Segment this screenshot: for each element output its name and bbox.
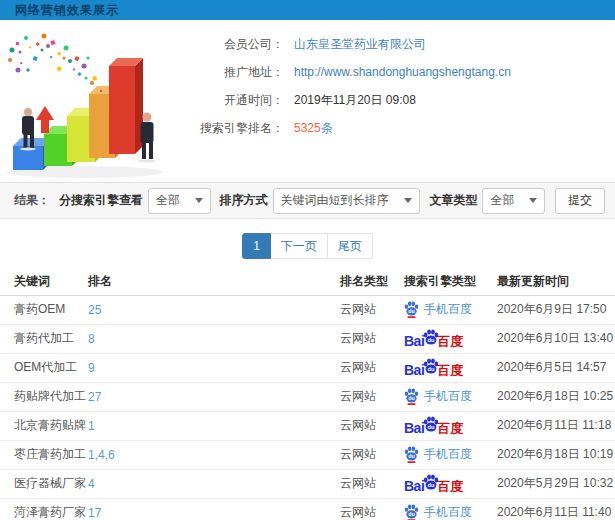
rank-cell[interactable]: 1,4,6 [88, 440, 340, 469]
svg-text:du: du [428, 337, 435, 343]
engine-filter-select[interactable]: 全部 [148, 188, 211, 214]
ranking-count: 5325 [294, 121, 321, 135]
baidu-logo-cn: 百度 [437, 364, 463, 377]
table-row: 菏泽膏药厂家17云网站du手机百度2020年6月11日 11:40 [0, 498, 615, 520]
table-row: 膏药代加工8云网站Baidu百度2020年6月10日 13:40 [0, 324, 615, 353]
rank-cell[interactable]: 8 [88, 324, 340, 353]
engine-type-cell: du手机百度 [404, 382, 497, 411]
baidu-logo: Baidu百度 [404, 358, 463, 377]
page-title: 网络营销效果展示 [15, 2, 119, 19]
keyword-cell: OEM代加工 [0, 353, 88, 382]
mobile-baidu-icon: du [404, 388, 419, 405]
svg-text:du: du [428, 482, 435, 488]
mobile-baidu-label: 手机百度 [424, 388, 472, 405]
engine-filter-label: 分搜索引擎查看 [59, 192, 143, 209]
next-page-button[interactable]: 下一页 [271, 233, 328, 259]
svg-text:du: du [428, 366, 435, 372]
mobile-baidu-badge: du手机百度 [404, 388, 472, 405]
chevron-down-icon [404, 198, 412, 203]
rank-cell[interactable]: 27 [88, 382, 340, 411]
rank-type-cell: 云网站 [340, 295, 404, 324]
updated-time-cell: 2020年6月10日 13:40 [497, 324, 615, 353]
baidu-logo-bai: Bai [404, 479, 424, 493]
page-header: 网络营销效果展示 [0, 0, 615, 20]
mobile-baidu-label: 手机百度 [424, 301, 472, 318]
column-header: 排名 [88, 269, 340, 295]
article-type-value: 全部 [490, 192, 514, 209]
svg-text:du: du [408, 395, 415, 401]
engine-type-cell: Baidu百度 [404, 411, 497, 440]
rank-type-cell: 云网站 [340, 498, 404, 520]
engine-type-cell: du手机百度 [404, 498, 497, 520]
rank-cell[interactable]: 25 [88, 295, 340, 324]
field-value[interactable]: 山东皇圣堂药业有限公司 [294, 36, 426, 53]
sort-filter-value: 关键词由短到长排序 [281, 192, 389, 209]
svg-text:du: du [408, 511, 415, 517]
updated-time-cell: 2020年6月9日 17:50 [497, 295, 615, 324]
chevron-down-icon [195, 198, 203, 203]
baidu-logo-bai: Bai [404, 363, 424, 377]
field-label: 推广地址： [192, 64, 284, 81]
baidu-logo-bai: Bai [404, 421, 424, 435]
keyword-cell: 医疗器械厂家 [0, 469, 88, 498]
field-label: 会员公司： [192, 36, 284, 53]
baidu-logo: Baidu百度 [404, 416, 463, 435]
svg-text:du: du [408, 308, 415, 314]
engine-type-cell: Baidu百度 [404, 324, 497, 353]
bar-red [109, 58, 143, 154]
member-info-list: 会员公司：山东皇圣堂药业有限公司推广地址：http://www.shandong… [192, 28, 615, 182]
article-type-select[interactable]: 全部 [482, 188, 545, 214]
rank-type-cell: 云网站 [340, 469, 404, 498]
rank-cell[interactable]: 17 [88, 498, 340, 520]
updated-time-cell: 2020年6月11日 11:18 [497, 411, 615, 440]
rank-type-cell: 云网站 [340, 440, 404, 469]
keyword-cell: 膏药代加工 [0, 324, 88, 353]
engine-type-cell: du手机百度 [404, 440, 497, 469]
updated-time-cell: 2020年5月29日 10:32 [497, 469, 615, 498]
updated-time-cell: 2020年6月18日 10:25 [497, 382, 615, 411]
keyword-cell: 北京膏药贴牌 [0, 411, 88, 440]
member-field-row: 会员公司：山东皇圣堂药业有限公司 [192, 30, 615, 58]
rank-type-cell: 云网站 [340, 324, 404, 353]
engine-type-cell: Baidu百度 [404, 469, 497, 498]
rank-cell[interactable]: 1 [88, 411, 340, 440]
table-row: 膏药OEM25云网站du手机百度2020年6月9日 17:50 [0, 295, 615, 324]
table-header-row: 关键词排名排名类型搜索引擎类型最新更新时间 [0, 269, 615, 295]
updated-time-cell: 2020年6月11日 11:40 [497, 498, 615, 520]
mobile-baidu-icon: du [404, 446, 419, 463]
mobile-baidu-icon: du [404, 504, 419, 520]
result-label: 结果： [14, 192, 50, 209]
table-row: 枣庄膏药加工1,4,6云网站du手机百度2020年6月18日 10:19 [0, 440, 615, 469]
sort-filter-select[interactable]: 关键词由短到长排序 [273, 188, 421, 214]
ranking-count-unit: 条 [321, 121, 333, 135]
table-row: 北京膏药贴牌1云网站Baidu百度2020年6月11日 11:18 [0, 411, 615, 440]
field-value: 5325条 [294, 120, 333, 137]
member-field-row: 开通时间：2019年11月20日 09:08 [192, 86, 615, 114]
submit-button[interactable]: 提交 [555, 188, 605, 214]
baidu-logo-bai: Bai [404, 334, 424, 348]
table-row: 医疗器械厂家4云网站Baidu百度2020年5月29日 10:32 [0, 469, 615, 498]
page-1-button[interactable]: 1 [242, 233, 271, 259]
column-header: 最新更新时间 [497, 269, 615, 295]
updated-time-cell: 2020年6月18日 10:19 [497, 440, 615, 469]
sort-filter-label: 排序方式 [220, 192, 268, 209]
rank-type-cell: 云网站 [340, 411, 404, 440]
mobile-baidu-badge: du手机百度 [404, 446, 472, 463]
filter-bar: 结果： 分搜索引擎查看 全部 排序方式 关键词由短到长排序 文章类型 全部 提交 [0, 182, 615, 219]
field-value: 2019年11月20日 09:08 [294, 92, 416, 109]
rank-cell[interactable]: 4 [88, 469, 340, 498]
table-row: OEM代加工9云网站Baidu百度2020年6月5日 14:57 [0, 353, 615, 382]
bar-chart-illustration [0, 28, 192, 180]
engine-type-cell: du手机百度 [404, 295, 497, 324]
column-header: 关键词 [0, 269, 88, 295]
mobile-baidu-badge: du手机百度 [404, 301, 472, 318]
mobile-baidu-label: 手机百度 [424, 446, 472, 463]
keyword-cell: 膏药OEM [0, 295, 88, 324]
last-page-button[interactable]: 尾页 [328, 233, 373, 259]
rank-cell[interactable]: 9 [88, 353, 340, 382]
table-row: 药贴牌代加工27云网站du手机百度2020年6月18日 10:25 [0, 382, 615, 411]
confetti [8, 34, 102, 93]
baidu-logo-cn: 百度 [437, 335, 463, 348]
field-value[interactable]: http://www.shandonghuangshengtang.cn [294, 65, 511, 79]
member-field-row: 推广地址：http://www.shandonghuangshengtang.c… [192, 58, 615, 86]
